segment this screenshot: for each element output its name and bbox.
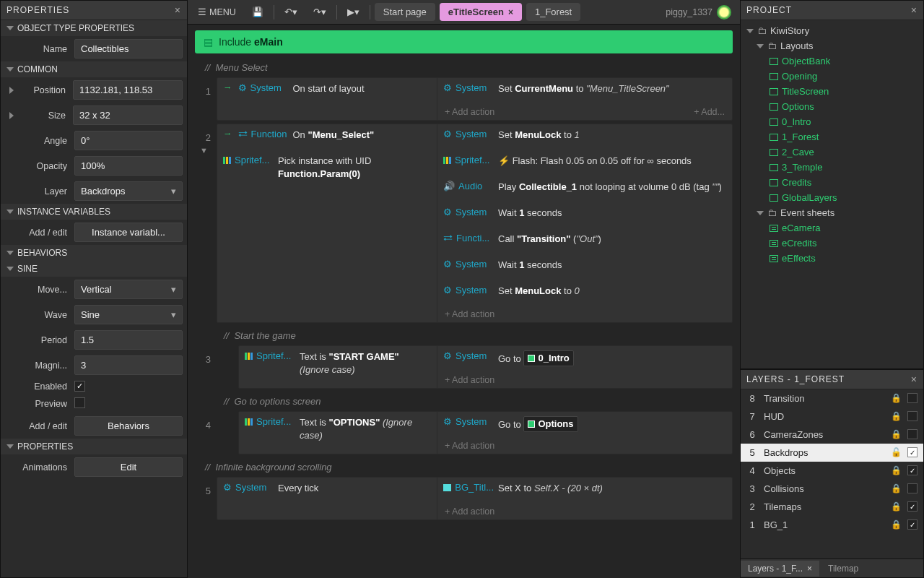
layer-row[interactable]: 1BG_1🔒 <box>741 516 923 534</box>
button-behaviors[interactable]: Behaviors <box>74 416 183 436</box>
condition-row[interactable]: → ⚙System On start of layout <box>217 78 437 104</box>
action-row[interactable]: ⚙System Go to 0_Intro <box>437 346 732 372</box>
visibility-checkbox[interactable] <box>907 447 918 457</box>
chevron-down-icon[interactable]: ▼ <box>195 143 211 158</box>
play-icon[interactable]: ▶▾ <box>341 4 365 20</box>
button-instance-variables[interactable]: Instance variabl... <box>74 223 183 242</box>
tree-eventsheet-item[interactable]: eCamera <box>741 220 923 236</box>
section-behaviors[interactable]: BEHAVIORS <box>1 245 187 261</box>
redo-icon[interactable]: ↷▾ <box>308 4 332 20</box>
layer-row[interactable]: 2Tilemaps🔒 <box>741 498 923 516</box>
action-row[interactable]: ⚙System Wait 1 seconds <box>437 254 732 280</box>
layer-row[interactable]: 4Objects🔒 <box>741 462 923 480</box>
add-link[interactable]: Add... <box>687 104 732 120</box>
close-icon[interactable]: × <box>508 7 513 17</box>
section-plugin-properties[interactable]: PROPERTIES <box>1 439 187 454</box>
tree-layout-item[interactable]: 3_Temple <box>741 160 923 175</box>
lock-icon[interactable]: 🔒 <box>891 465 902 475</box>
action-row[interactable]: 🔊Audio Play Collectible_1 not looping at… <box>437 176 732 202</box>
input-period[interactable]: 1.5 <box>74 330 183 350</box>
tree-layout-item[interactable]: 2_Cave <box>741 144 923 160</box>
expand-icon[interactable] <box>9 87 14 94</box>
tree-layout-item[interactable]: ObjectBank <box>741 53 923 69</box>
layer-row[interactable]: 6CameraZones🔒 <box>741 426 923 444</box>
visibility-checkbox[interactable] <box>907 429 918 439</box>
comment-row[interactable]: // Start the game <box>195 326 733 345</box>
input-magnitude[interactable]: 3 <box>74 355 183 375</box>
tree-layout-item[interactable]: 0_Intro <box>741 114 923 129</box>
tab-start-page[interactable]: Start page <box>375 3 435 21</box>
visibility-checkbox[interactable] <box>907 393 918 403</box>
lock-icon[interactable]: 🔒 <box>891 411 902 421</box>
tree-eventsheet-item[interactable]: eEffects <box>741 251 923 266</box>
action-row[interactable]: ⚙System Go to Options <box>437 412 732 438</box>
action-row[interactable]: ⚙System Wait 1 seconds <box>437 202 732 228</box>
tree-eventsheet-item[interactable]: eCredits <box>741 236 923 251</box>
checkbox-enabled[interactable] <box>74 381 85 392</box>
input-name[interactable]: Collectibles <box>74 39 183 59</box>
condition-row[interactable]: Spritef... Text is "OPTIONS" (Ignore cas… <box>239 412 437 447</box>
close-icon[interactable]: × <box>911 4 918 16</box>
select-movement[interactable]: Vertical <box>74 280 183 299</box>
action-row[interactable]: ⚙System Set CurrentMenu to "Menu_TitleSc… <box>437 78 732 104</box>
layer-row[interactable]: 7HUD🔒 <box>741 407 923 426</box>
action-row[interactable]: ⚙System Set MenuLock to 0 <box>437 280 732 306</box>
input-size[interactable]: 32 x 32 <box>73 105 183 125</box>
expand-icon[interactable] <box>9 112 14 119</box>
checkbox-preview[interactable] <box>74 397 85 408</box>
section-common[interactable]: COMMON <box>1 61 187 77</box>
tab-layers[interactable]: Layers - 1_F...× <box>741 561 819 577</box>
input-opacity[interactable]: 100% <box>74 156 183 176</box>
layer-row[interactable]: 3Collisions🔒 <box>741 480 923 498</box>
section-objtype[interactable]: OBJECT TYPE PROPERTIES <box>1 20 187 36</box>
add-action-link[interactable]: Add action <box>437 306 732 322</box>
layer-row[interactable]: 5Backdrops🔓 <box>741 444 923 462</box>
comment-row[interactable]: // Infinite background scrolling <box>195 457 733 477</box>
tree-layout-item[interactable]: 1_Forest <box>741 129 923 144</box>
visibility-checkbox[interactable] <box>907 519 918 530</box>
include-row[interactable]: ▤ Include eMain <box>195 30 733 53</box>
tree-layout-item[interactable]: Opening <box>741 69 923 84</box>
add-action-link[interactable]: Add action <box>437 504 732 519</box>
close-icon[interactable]: × <box>175 4 181 16</box>
add-action-link[interactable]: Add action <box>437 372 732 388</box>
tree-layout-item[interactable]: GlobalLayers <box>741 190 923 205</box>
close-icon[interactable]: × <box>911 374 918 385</box>
visibility-checkbox[interactable] <box>907 483 918 493</box>
tree-layout-item[interactable]: Options <box>741 99 923 114</box>
condition-row[interactable]: Spritef... Pick instance with UID Functi… <box>217 150 437 185</box>
tab-etitlescreen[interactable]: eTitleScreen× <box>440 3 522 21</box>
lock-icon[interactable]: 🔒 <box>891 501 902 512</box>
section-instvars[interactable]: INSTANCE VARIABLES <box>1 204 187 220</box>
comment-row[interactable]: // Menu Select <box>195 58 733 77</box>
condition-row[interactable]: → ⮂Function On "Menu_Select" <box>217 124 437 150</box>
save-icon[interactable]: 💾 <box>246 4 269 20</box>
action-row[interactable]: Spritef... ⚡ Flash: Flash 0.05 on 0.05 o… <box>437 150 732 176</box>
select-layer[interactable]: Backdrops <box>74 181 183 201</box>
tree-folder-eventsheets[interactable]: 🗀Event sheets <box>741 205 923 220</box>
input-position[interactable]: 1132.181, 118.53 <box>73 80 183 100</box>
select-wave[interactable]: Sine <box>74 305 183 324</box>
user-badge[interactable]: piggy_1337 <box>666 5 736 20</box>
condition-row[interactable]: ⚙System Every tick <box>217 478 437 504</box>
comment-row[interactable]: // Go to options screen <box>195 392 733 411</box>
tab-1-forest[interactable]: 1_Forest <box>526 3 580 21</box>
condition-row[interactable]: Spritef... Text is "START GAME" (Ignore … <box>239 346 437 381</box>
unlock-icon[interactable]: 🔓 <box>891 447 902 457</box>
add-action-link[interactable]: Add action <box>437 438 732 454</box>
tree-layout-item[interactable]: Credits <box>741 175 923 190</box>
action-row[interactable]: BG_Titl... Set X to Self.X - (20 × dt) <box>437 478 732 504</box>
layer-row[interactable]: 8Transition🔒 <box>741 389 923 407</box>
lock-icon[interactable]: 🔒 <box>891 483 902 493</box>
tree-root[interactable]: 🗀KiwiStory <box>741 23 923 38</box>
tree-layout-item[interactable]: TitleScreen <box>741 84 923 99</box>
lock-icon[interactable]: 🔒 <box>891 519 902 530</box>
visibility-checkbox[interactable] <box>907 411 918 421</box>
menu-button[interactable]: ☰ MENU <box>192 4 242 20</box>
action-row[interactable]: ⮂Functi... Call "Transition" ("Out") <box>437 228 732 254</box>
tree-folder-layouts[interactable]: 🗀Layouts <box>741 38 923 53</box>
add-action-link[interactable]: Add action <box>437 104 502 120</box>
lock-icon[interactable]: 🔒 <box>891 393 902 403</box>
undo-icon[interactable]: ↶▾ <box>279 4 303 20</box>
close-icon[interactable]: × <box>807 564 812 574</box>
